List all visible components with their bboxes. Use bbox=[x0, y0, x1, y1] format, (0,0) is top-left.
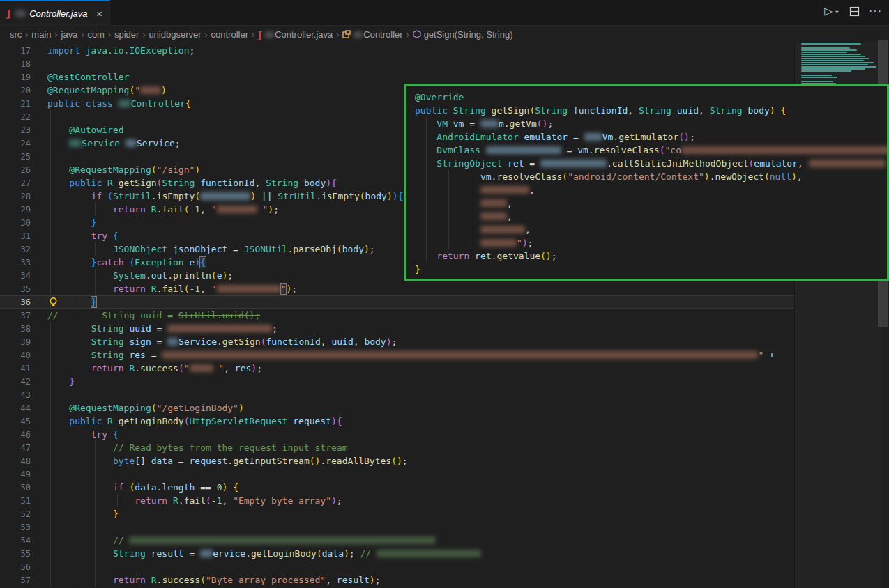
code-token: ) bbox=[704, 171, 710, 182]
breadcrumb-item-class[interactable]: Controller bbox=[342, 29, 402, 40]
breadcrumb-item-com[interactable]: com bbox=[87, 29, 105, 40]
popup-code-line[interactable]: , bbox=[415, 196, 887, 210]
breadcrumb-item-file[interactable]: JController.java bbox=[258, 29, 333, 40]
code-line[interactable]: 41 return R.success(" ", res); bbox=[0, 362, 794, 375]
breadcrumb-item-src[interactable]: src bbox=[10, 29, 22, 40]
indent-guide bbox=[471, 223, 471, 236]
popup-code-line[interactable]: AndroidEmulator emulator = Vm.getEmulato… bbox=[415, 130, 887, 144]
code-line[interactable]: 54 // bbox=[0, 534, 794, 547]
code-line[interactable]: 35 return R.fail(-1, ""); bbox=[0, 282, 794, 295]
code-line[interactable]: 47 // Read bytes from the request input … bbox=[0, 441, 794, 454]
code-line[interactable]: 42 } bbox=[0, 375, 794, 388]
code-line[interactable]: 46 try { bbox=[0, 428, 794, 441]
tab-close-icon[interactable]: × bbox=[96, 8, 102, 19]
breadcrumb-item-controller[interactable]: controller bbox=[211, 29, 248, 40]
code-line[interactable]: 17import java.io.IOException; bbox=[0, 44, 794, 57]
indent-guide bbox=[95, 454, 96, 467]
popup-code-line[interactable]: , bbox=[415, 210, 887, 223]
line-number: 45 bbox=[0, 415, 31, 428]
minimap-line bbox=[801, 60, 864, 61]
code-line[interactable]: 56 bbox=[0, 560, 794, 573]
code-token: , bbox=[628, 105, 639, 116]
breadcrumb-item-method[interactable]: getSign(String, String) bbox=[413, 29, 513, 40]
run-button[interactable]: ▷ ⌄ bbox=[824, 5, 840, 17]
indent-guide bbox=[50, 189, 51, 203]
code-token: ) bbox=[387, 191, 393, 201]
code-token: out bbox=[151, 270, 167, 281]
popup-code-line[interactable]: VM vm = m.getVm(); bbox=[415, 117, 887, 130]
code-token: try bbox=[91, 429, 113, 440]
popup-code-line[interactable]: return ret.getvalue(); bbox=[415, 249, 887, 263]
popup-code-line[interactable]: } bbox=[415, 263, 887, 276]
breadcrumb-item-java[interactable]: java bbox=[61, 29, 78, 40]
breadcrumb-item-unidbgserver[interactable]: unidbgserver bbox=[149, 29, 201, 40]
code-token: = bbox=[184, 548, 200, 559]
split-editor-button[interactable] bbox=[849, 6, 860, 17]
code-token bbox=[47, 575, 113, 585]
code-line[interactable]: 55 String result = ervice.getLoginBody(d… bbox=[0, 547, 794, 560]
code-token: m bbox=[499, 118, 504, 129]
code-line[interactable]: 53 bbox=[0, 520, 794, 534]
code-token: functionId bbox=[573, 105, 628, 116]
code-token: String bbox=[266, 178, 304, 188]
code-token: = bbox=[464, 118, 480, 129]
code-line[interactable]: 40 String res = " + bbox=[0, 348, 794, 362]
breadcrumb-separator: › bbox=[336, 30, 339, 40]
breadcrumb-item-main[interactable]: main bbox=[31, 29, 51, 40]
indent-guide bbox=[50, 256, 51, 269]
popup-code-line[interactable]: , bbox=[415, 183, 887, 196]
tab-controller-java[interactable]: J Controller.java × bbox=[0, 0, 110, 25]
indent-guide bbox=[448, 210, 449, 223]
code-line[interactable]: 49 bbox=[0, 467, 794, 481]
code-line[interactable]: 45 public R getLoginBody(HttpServletRequ… bbox=[0, 415, 794, 428]
code-token: = bbox=[524, 158, 540, 169]
code-line[interactable]: 37// String uuid = StrUtil.uuid(); bbox=[0, 309, 794, 322]
redacted-code bbox=[480, 239, 517, 247]
popup-code-line[interactable]: @Override bbox=[415, 91, 887, 104]
code-token: ( bbox=[151, 403, 157, 413]
indent-guide bbox=[73, 494, 73, 507]
code-line[interactable]: 38 String uuid = ; bbox=[0, 322, 794, 335]
code-token: isEmpty bbox=[157, 191, 195, 201]
redacted-code bbox=[809, 160, 886, 167]
code-line[interactable]: 18 bbox=[0, 57, 794, 70]
line-number: 38 bbox=[0, 323, 31, 336]
code-line[interactable]: 52 } bbox=[0, 507, 794, 520]
popup-code-line[interactable]: vm.resolveClass("android/content/Context… bbox=[415, 170, 887, 183]
code-line[interactable]: 44 @RequestMapping("/getLoginBody") bbox=[0, 401, 794, 415]
code-line[interactable]: 36 } bbox=[0, 295, 794, 309]
code-line[interactable]: 19@RestController bbox=[0, 70, 794, 84]
code-token: fail bbox=[162, 284, 183, 294]
java-file-icon: J bbox=[258, 30, 262, 40]
code-token bbox=[47, 191, 91, 201]
code-line[interactable]: 43 bbox=[0, 388, 794, 401]
code-line[interactable]: 57 return R.success("Byte array processe… bbox=[0, 573, 794, 587]
code-line[interactable]: 51 return R.fail(-1, "Empty byte array")… bbox=[0, 494, 794, 507]
breadcrumb-item-spider[interactable]: spider bbox=[114, 29, 139, 40]
indent-guide bbox=[50, 335, 51, 348]
code-token: ; bbox=[552, 251, 557, 261]
popup-code-line[interactable]: , bbox=[415, 223, 887, 236]
popup-code-line[interactable]: StringObject ret = .callStaticJniMethodO… bbox=[415, 157, 887, 170]
code-token: . bbox=[607, 158, 612, 169]
code-line[interactable]: 50 if (data.length == 0) { bbox=[0, 481, 794, 494]
popup-code-line[interactable]: "); bbox=[415, 236, 887, 249]
code-token bbox=[47, 495, 135, 506]
breadcrumb-separator: › bbox=[81, 30, 84, 40]
code-line[interactable]: 48 byte[] data = request.getInputStream(… bbox=[0, 454, 794, 467]
line-number: 33 bbox=[0, 256, 31, 270]
line-number: 46 bbox=[0, 428, 31, 442]
code-token: , bbox=[699, 105, 710, 116]
code-token: getVm bbox=[510, 118, 537, 129]
code-token: return bbox=[436, 251, 475, 261]
popup-code-line[interactable]: public String getSign(String functionId,… bbox=[415, 104, 887, 117]
popup-code-line[interactable]: DvmClass = vm.resolveClass("co bbox=[415, 144, 887, 157]
code-token: return bbox=[113, 575, 151, 585]
more-actions-button[interactable]: ··· bbox=[869, 5, 882, 17]
code-token: . bbox=[227, 456, 233, 466]
code-line[interactable]: 39 String sign = Service.getSign(functio… bbox=[0, 335, 794, 348]
code-token: R bbox=[151, 575, 157, 585]
code-token: == bbox=[195, 482, 216, 493]
code-token: length bbox=[162, 482, 195, 493]
code-token: ; bbox=[402, 456, 408, 466]
